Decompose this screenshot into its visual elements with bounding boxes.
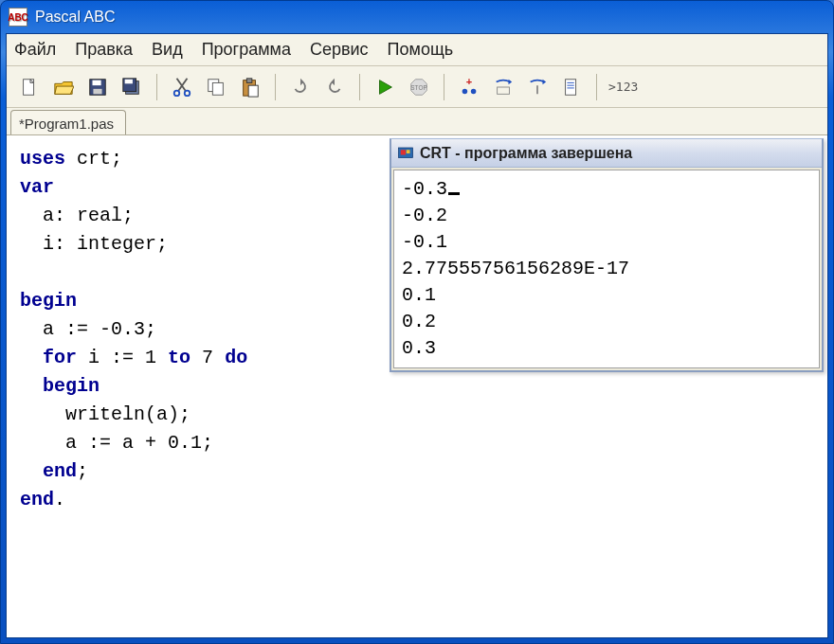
redo-icon: [324, 77, 345, 98]
titlebar[interactable]: ABC Pascal ABC: [1, 1, 833, 33]
undo-icon: [290, 77, 311, 98]
svg-marker-29: [543, 79, 547, 84]
svg-point-12: [174, 90, 180, 96]
step-over-button[interactable]: +: [456, 74, 482, 100]
for-rest: i := 1: [88, 347, 156, 368]
save-all-icon: [121, 77, 142, 98]
toolbar-separator: [359, 74, 360, 100]
toolbar-separator: [156, 74, 157, 100]
new-file-icon: [19, 77, 40, 98]
step-into-button[interactable]: [490, 74, 517, 100]
stmt-writeln: writeln(a);: [65, 403, 190, 425]
dot: .: [54, 489, 65, 510]
tab-program1[interactable]: *Program1.pas: [10, 110, 126, 134]
out-line-6: 0.3: [402, 337, 436, 359]
svg-text:+: +: [466, 77, 472, 87]
save-all-button[interactable]: [118, 74, 145, 100]
crt-output-window[interactable]: CRT - программа завершена -0.3 -0.2 -0.1…: [390, 138, 824, 372]
menu-service[interactable]: Сервис: [310, 40, 369, 60]
app-icon: ABC: [9, 8, 27, 27]
svg-rect-5: [93, 80, 101, 85]
svg-rect-31: [566, 79, 576, 95]
toolbar-separator: [275, 74, 276, 100]
open-file-button[interactable]: [50, 74, 77, 100]
stop-icon: STOP: [408, 77, 429, 98]
semi: ;: [111, 148, 122, 170]
num-7: 7: [202, 347, 213, 368]
cursor: [448, 192, 460, 195]
menu-file[interactable]: Файл: [14, 40, 56, 60]
svg-marker-27: [509, 79, 513, 84]
svg-marker-21: [380, 80, 392, 94]
stmt-a-inc: a := a + 0.1;: [65, 432, 213, 454]
svg-marker-3: [55, 86, 74, 94]
main-window: ABC Pascal ABC Файл Правка Вид Программа…: [0, 0, 834, 644]
breakpoint-icon: [561, 77, 582, 98]
goto-line-button[interactable]: >123: [608, 74, 638, 100]
kw-end-2: end: [20, 489, 54, 510]
cut-icon: [172, 77, 192, 98]
crt-titlebar[interactable]: CRT - программа завершена: [391, 139, 822, 168]
svg-line-11: [178, 78, 187, 90]
svg-line-10: [177, 78, 186, 90]
svg-rect-9: [125, 79, 133, 83]
step-out-button[interactable]: [524, 74, 551, 100]
svg-rect-28: [498, 87, 510, 94]
svg-marker-20: [331, 78, 335, 84]
crt-app-icon: [397, 145, 414, 162]
run-icon: [374, 77, 395, 98]
breakpoint-button[interactable]: [558, 74, 585, 100]
menu-program[interactable]: Программа: [202, 40, 291, 60]
out-line-1: -0.2: [402, 205, 447, 226]
tab-label: *Program1.pas: [19, 116, 114, 132]
new-file-button[interactable]: [16, 74, 43, 100]
crt-output: -0.3 -0.2 -0.1 2.77555756156289E-17 0.1 …: [393, 170, 820, 368]
semi: ;: [77, 460, 88, 482]
svg-rect-37: [407, 150, 410, 153]
decl-i: i: integer;: [43, 233, 168, 255]
id-crt: crt: [77, 148, 111, 170]
step-out-icon: [527, 77, 548, 98]
kw-begin-2: begin: [43, 375, 100, 397]
toolbar-separator: [444, 74, 444, 100]
kw-begin: begin: [20, 290, 77, 312]
decl-a: a: real;: [43, 205, 134, 226]
svg-rect-17: [246, 78, 252, 82]
save-button[interactable]: [84, 74, 111, 100]
out-line-0: -0.3: [402, 178, 447, 200]
toolbar-separator: [596, 74, 597, 100]
redo-button[interactable]: [321, 74, 348, 100]
svg-rect-15: [212, 82, 223, 95]
kw-to: to: [168, 347, 190, 368]
copy-button[interactable]: [203, 74, 229, 100]
svg-text:STOP: STOP: [410, 83, 426, 90]
undo-button[interactable]: [287, 74, 314, 100]
stop-button[interactable]: STOP: [406, 74, 432, 100]
svg-rect-36: [401, 150, 406, 154]
svg-marker-19: [300, 78, 304, 84]
crt-title-text: CRT - программа завершена: [420, 145, 632, 162]
svg-rect-6: [93, 88, 101, 94]
menubar: Файл Правка Вид Программа Сервис Помощь: [7, 34, 827, 66]
svg-point-25: [471, 88, 477, 94]
open-file-icon: [53, 77, 74, 98]
menu-view[interactable]: Вид: [152, 40, 183, 60]
stmt-a-assign: a := -0.3;: [43, 318, 156, 340]
editor-area[interactable]: uses crt; var a: real; i: integer; begin…: [7, 134, 827, 637]
menu-edit[interactable]: Правка: [75, 40, 133, 60]
out-line-2: -0.1: [402, 231, 447, 253]
toolbar: STOP + >123: [7, 66, 827, 108]
out-line-4: 0.1: [402, 284, 436, 306]
menu-help[interactable]: Помощь: [388, 40, 454, 60]
svg-point-24: [462, 88, 468, 94]
cut-button[interactable]: [169, 74, 195, 100]
out-line-5: 0.2: [402, 311, 436, 332]
paste-button[interactable]: [237, 74, 263, 100]
kw-for: for: [43, 347, 77, 368]
client-area: Файл Правка Вид Программа Сервис Помощь: [6, 33, 828, 638]
paste-icon: [240, 77, 261, 98]
run-button[interactable]: [372, 74, 398, 100]
copy-icon: [206, 77, 227, 98]
window-title: Pascal ABC: [35, 9, 115, 26]
tab-bar: *Program1.pas: [7, 108, 827, 134]
